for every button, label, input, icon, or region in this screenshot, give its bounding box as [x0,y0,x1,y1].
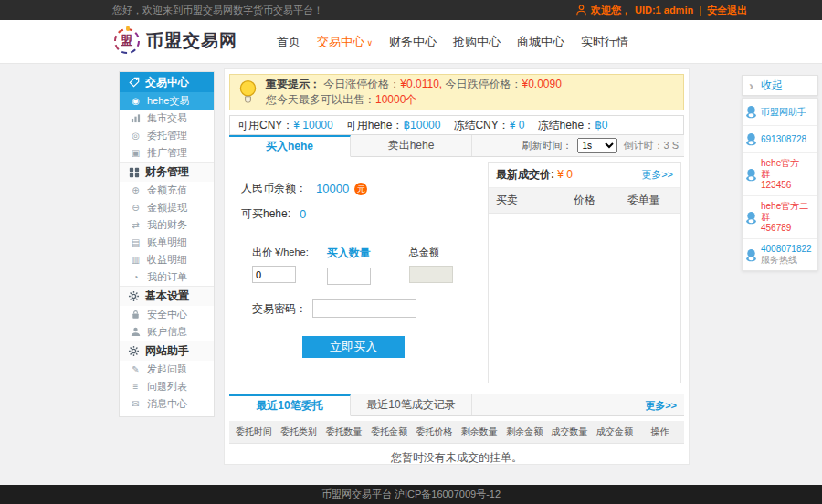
sidebar-item-消息中心[interactable]: ✉消息中心 [120,395,214,413]
buy-button[interactable]: 立即买入 [302,336,405,358]
lock-icon [130,310,142,320]
limit-up-price: ¥0.0110, [400,78,442,90]
sidebar-group-1[interactable]: 财务管理 [120,162,214,182]
sidebar-item-安全中心[interactable]: 安全中心 [120,306,214,323]
sidebar-group-0[interactable]: 交易中心 [120,72,214,92]
price-input[interactable] [252,266,296,283]
logo[interactable]: 盟 币盟交易网 [114,28,237,54]
amount-field: 买入数量 [327,246,371,285]
order-icon: ◎ [130,131,142,141]
price-label: 出价 ¥/hehe: [252,246,309,259]
trade-body: 人民币余额： 10000 元 可买hehe: 0 出价 ¥/hehe: [225,157,689,387]
balance-item-1: 可用hehe：฿10000 [346,118,441,133]
bulb-icon [237,79,258,106]
sidebar-group-3[interactable]: 网站助手 [120,341,214,361]
sidebar-item-label: 集市交易 [147,111,187,125]
sidebar-item-账户信息[interactable]: 账户信息 [120,323,214,341]
message-icon: ✉ [130,399,142,409]
nav-item-1[interactable]: 交易中心 ∨ [317,34,373,50]
cny-balance-value: 10000 [316,182,349,195]
tab-recent-trades[interactable]: 最近10笔成交记录 [351,394,472,415]
balance-bar: 可用CNY：¥ 10000可用hehe：฿10000冻结CNY：¥ 0冻结heh… [229,115,684,135]
balance-item-2: 冻结CNY：¥ 0 [453,118,524,133]
sidebar-item-金额充值[interactable]: ⊕金额充值 [120,182,214,199]
service-contact-list: 币盟网助手691308728hehe官方一群123456hehe官方二群4567… [742,98,818,271]
footer: 币盟网交易平台 沪ICP备16007009号-12 [0,485,822,504]
collapse-label: 收起 [761,78,783,93]
coin-icon: ◉ [130,96,142,106]
service-contact-4[interactable]: 4008071822服务热线 [743,239,817,270]
topbar-divider: | [699,5,701,16]
uid-text: UID:1 admin [635,5,693,16]
orderbook-col-价格: 价格 [555,193,615,208]
recharge-icon: ⊕ [130,185,142,195]
sidebar-item-集市交易[interactable]: 集市交易 [120,110,214,127]
tab-buy[interactable]: 买入hehe [229,135,351,157]
sidebar-item-label: 金额充值 [147,184,187,197]
sidebar-menu: 交易中心◉hehe交易集市交易◎委托管理▣推广管理财务管理⊕金额充值⊖金额提现⇄… [119,71,215,417]
orderbook-more-link[interactable]: 更多>> [641,168,673,182]
sidebar-item-label: hehe交易 [147,94,189,108]
history-col-委托价格: 委托价格 [412,425,457,438]
nav-item-4[interactable]: 商城中心 [517,34,564,50]
finance-icon [128,167,140,178]
service-contact-text: 4008071822服务热线 [761,244,812,266]
sidebar-item-账单明细[interactable]: ▤账单明细 [120,234,214,251]
service-contact-0[interactable]: 币盟网助手 [743,99,817,126]
main-panel: 重要提示： 今日涨停价格：¥0.0110, 今日跌停价格：¥0.0090 您今天… [224,68,690,465]
nav-item-0[interactable]: 首页 [277,34,300,50]
service-contact-3[interactable]: hehe官方二群456789 [743,196,817,239]
sidebar-item-hehe交易[interactable]: ◉hehe交易 [120,92,214,110]
sidebar-item-label: 收益明细 [147,253,187,267]
sidebar-item-发起问题[interactable]: ✎发起问题 [120,361,214,378]
history-tabs: 最近10笔委托 最近10笔成交记录 更多>> [229,394,684,416]
service-contact-1[interactable]: 691308728 [743,126,817,153]
nav-item-5[interactable]: 实时行情 [581,34,628,50]
sidebar-group-2[interactable]: 基本设置 [120,286,214,306]
can-buy-row: 可买hehe: 0 [234,206,485,222]
service-contact-text: hehe官方二群456789 [761,201,815,234]
sidebar-item-推广管理[interactable]: ▣推广管理 [120,144,214,162]
amount-label: 买入数量 [327,246,371,261]
yuan-coin-icon: 元 [354,183,367,195]
logout-link[interactable]: 安全退出 [707,4,747,17]
logo-text: 币盟交易网 [146,29,237,53]
sidebar-group-title: 交易中心 [145,75,189,90]
sidebar-item-label: 我的财务 [147,218,187,232]
nav-item-3[interactable]: 抢购中心 [453,34,501,50]
sidebar-item-label: 推广管理 [147,146,187,160]
qq-icon [745,166,757,184]
amount-input[interactable] [327,268,371,285]
bar-chart-icon [130,113,142,123]
can-buy-label: 可买hehe: [241,206,290,222]
buy-form: 人民币余额： 10000 元 可买hehe: 0 出价 ¥/hehe: [234,157,485,358]
sidebar-item-我的订单[interactable]: ◔我的订单 [120,268,214,286]
user-icon [130,327,142,337]
sidebar-item-label: 发起问题 [147,362,187,376]
total-label: 总金额 [409,246,453,259]
service-contact-text: 691308728 [761,134,806,145]
sidebar-item-委托管理[interactable]: ◎委托管理 [120,127,214,144]
sidebar-item-我的财务[interactable]: ⇄我的财务 [120,216,214,234]
income-icon: ▥ [130,255,142,265]
history-more-link[interactable]: 更多>> [645,399,677,413]
orderbook-header: 最新成交价: ¥ 0 更多>> [489,163,680,188]
balance-item-3: 冻结hehe：฿0 [537,118,607,133]
service-contact-2[interactable]: hehe官方一群123456 [743,153,817,196]
nav-item-2[interactable]: 财务中心 [389,34,437,50]
topbar: 您好，欢迎来到币盟交易网数字货币交易平台！ 欢迎您，UID:1 admin | … [0,0,822,20]
password-input[interactable] [312,299,416,318]
tab-recent-orders[interactable]: 最近10笔委托 [229,394,351,416]
refresh-select[interactable]: 1s [577,138,617,153]
tab-sell[interactable]: 卖出hehe [351,135,472,156]
sidebar-item-金额提现[interactable]: ⊖金额提现 [120,199,214,216]
service-panel: › 收起 币盟网助手691308728hehe官方一群123456hehe官方二… [742,75,818,271]
total-input [409,266,453,283]
chevron-down-icon: ∨ [364,38,373,47]
sidebar-item-收益明细[interactable]: ▥收益明细 [120,251,214,268]
history-col-剩余金额: 剩余金额 [501,425,546,438]
sidebar-item-问题列表[interactable]: ≡问题列表 [120,378,214,395]
empty-message: 您暂时没有未成交的挂单。 [229,444,684,472]
collapse-button[interactable]: › 收起 [742,75,818,96]
notice-banner: 重要提示： 今日涨停价格：¥0.0110, 今日跌停价格：¥0.0090 您今天… [229,74,684,110]
